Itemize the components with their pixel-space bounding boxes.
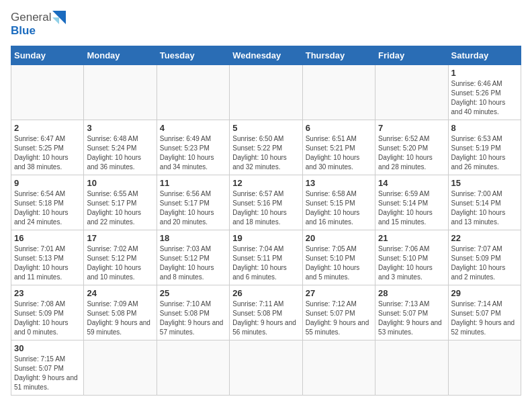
cell-content: Sunrise: 6:52 AM Sunset: 5:20 PM Dayligh… <box>378 134 445 172</box>
svg-marker-1 <box>52 17 59 24</box>
calendar-cell: 24Sunrise: 7:09 AM Sunset: 5:08 PM Dayli… <box>84 285 157 340</box>
calendar: SundayMondayTuesdayWednesdayThursdayFrid… <box>11 46 521 396</box>
calendar-cell <box>157 65 229 120</box>
cell-content: Sunrise: 7:08 AM Sunset: 5:09 PM Dayligh… <box>14 300 81 337</box>
day-number: 20 <box>306 233 372 243</box>
cell-content: Sunrise: 6:46 AM Sunset: 5:26 PM Dayligh… <box>451 79 518 117</box>
calendar-cell <box>84 65 157 120</box>
day-number: 15 <box>451 178 518 188</box>
cell-content: Sunrise: 6:59 AM Sunset: 5:14 PM Dayligh… <box>378 189 445 227</box>
day-number: 30 <box>14 343 81 353</box>
cell-content: Sunrise: 6:51 AM Sunset: 5:21 PM Dayligh… <box>306 134 372 172</box>
calendar-cell: 20Sunrise: 7:05 AM Sunset: 5:10 PM Dayli… <box>302 230 375 285</box>
calendar-cell: 11Sunrise: 6:56 AM Sunset: 5:17 PM Dayli… <box>157 175 229 230</box>
cell-content: Sunrise: 6:47 AM Sunset: 5:25 PM Dayligh… <box>14 134 81 172</box>
cell-content: Sunrise: 6:50 AM Sunset: 5:22 PM Dayligh… <box>232 134 299 172</box>
cell-content: Sunrise: 7:01 AM Sunset: 5:13 PM Dayligh… <box>14 244 81 282</box>
calendar-cell: 28Sunrise: 7:13 AM Sunset: 5:07 PM Dayli… <box>375 285 448 340</box>
calendar-cell: 3Sunrise: 6:48 AM Sunset: 5:24 PM Daylig… <box>84 120 157 175</box>
day-number: 3 <box>87 123 153 133</box>
cell-content: Sunrise: 6:56 AM Sunset: 5:17 PM Dayligh… <box>160 189 226 227</box>
calendar-cell: 23Sunrise: 7:08 AM Sunset: 5:09 PM Dayli… <box>11 285 84 340</box>
week-row-0: 1Sunrise: 6:46 AM Sunset: 5:26 PM Daylig… <box>11 65 521 120</box>
day-number: 10 <box>87 178 153 188</box>
calendar-cell: 5Sunrise: 6:50 AM Sunset: 5:22 PM Daylig… <box>230 120 302 175</box>
calendar-cell <box>302 65 375 120</box>
day-number: 24 <box>87 288 153 298</box>
day-number: 17 <box>87 233 153 243</box>
cell-content: Sunrise: 6:53 AM Sunset: 5:19 PM Dayligh… <box>451 134 518 172</box>
day-number: 4 <box>160 123 226 133</box>
cell-content: Sunrise: 7:07 AM Sunset: 5:09 PM Dayligh… <box>451 244 518 282</box>
cell-content: Sunrise: 6:49 AM Sunset: 5:23 PM Dayligh… <box>160 134 226 172</box>
day-number: 26 <box>232 288 299 298</box>
day-number: 1 <box>451 68 518 78</box>
cell-content: Sunrise: 7:10 AM Sunset: 5:08 PM Dayligh… <box>160 300 226 337</box>
calendar-cell: 21Sunrise: 7:06 AM Sunset: 5:10 PM Dayli… <box>375 230 448 285</box>
cell-content: Sunrise: 7:14 AM Sunset: 5:07 PM Dayligh… <box>451 300 518 337</box>
calendar-cell <box>11 65 84 120</box>
calendar-cell: 7Sunrise: 6:52 AM Sunset: 5:20 PM Daylig… <box>375 120 448 175</box>
logo: General Blue <box>11 11 66 38</box>
calendar-cell: 15Sunrise: 7:00 AM Sunset: 5:14 PM Dayli… <box>448 175 521 230</box>
logo-general-text: General <box>11 11 51 24</box>
calendar-cell: 29Sunrise: 7:14 AM Sunset: 5:07 PM Dayli… <box>448 285 521 340</box>
calendar-cell: 26Sunrise: 7:11 AM Sunset: 5:08 PM Dayli… <box>230 285 302 340</box>
calendar-cell <box>84 340 157 396</box>
calendar-cell: 1Sunrise: 6:46 AM Sunset: 5:26 PM Daylig… <box>448 65 521 120</box>
calendar-cell: 6Sunrise: 6:51 AM Sunset: 5:21 PM Daylig… <box>302 120 375 175</box>
cell-content: Sunrise: 6:48 AM Sunset: 5:24 PM Dayligh… <box>87 134 153 172</box>
week-row-3: 16Sunrise: 7:01 AM Sunset: 5:13 PM Dayli… <box>11 230 521 285</box>
week-row-5: 30Sunrise: 7:15 AM Sunset: 5:07 PM Dayli… <box>11 340 521 396</box>
days-header-row: SundayMondayTuesdayWednesdayThursdayFrid… <box>11 46 521 65</box>
calendar-cell: 17Sunrise: 7:02 AM Sunset: 5:12 PM Dayli… <box>84 230 157 285</box>
logo-blue-text: Blue <box>11 24 36 38</box>
cell-content: Sunrise: 7:02 AM Sunset: 5:12 PM Dayligh… <box>87 244 153 282</box>
calendar-cell <box>302 340 375 396</box>
header: General Blue <box>11 11 521 38</box>
day-header-thursday: Thursday <box>302 46 375 65</box>
cell-content: Sunrise: 7:12 AM Sunset: 5:07 PM Dayligh… <box>306 300 372 337</box>
cell-content: Sunrise: 7:13 AM Sunset: 5:07 PM Dayligh… <box>378 300 445 337</box>
day-number: 23 <box>14 288 81 298</box>
week-row-2: 9Sunrise: 6:54 AM Sunset: 5:18 PM Daylig… <box>11 175 521 230</box>
calendar-cell: 12Sunrise: 6:57 AM Sunset: 5:16 PM Dayli… <box>230 175 302 230</box>
calendar-cell: 14Sunrise: 6:59 AM Sunset: 5:14 PM Dayli… <box>375 175 448 230</box>
cell-content: Sunrise: 6:54 AM Sunset: 5:18 PM Dayligh… <box>14 189 81 227</box>
calendar-cell: 30Sunrise: 7:15 AM Sunset: 5:07 PM Dayli… <box>11 340 84 396</box>
day-header-friday: Friday <box>375 46 448 65</box>
cell-content: Sunrise: 6:55 AM Sunset: 5:17 PM Dayligh… <box>87 189 153 227</box>
week-row-1: 2Sunrise: 6:47 AM Sunset: 5:25 PM Daylig… <box>11 120 521 175</box>
day-number: 14 <box>378 178 445 188</box>
cell-content: Sunrise: 7:15 AM Sunset: 5:07 PM Dayligh… <box>14 355 81 392</box>
day-header-saturday: Saturday <box>448 46 521 65</box>
day-number: 7 <box>378 123 445 133</box>
day-header-tuesday: Tuesday <box>157 46 229 65</box>
calendar-cell: 13Sunrise: 6:58 AM Sunset: 5:15 PM Dayli… <box>302 175 375 230</box>
calendar-cell: 9Sunrise: 6:54 AM Sunset: 5:18 PM Daylig… <box>11 175 84 230</box>
day-number: 21 <box>378 233 445 243</box>
day-number: 13 <box>306 178 372 188</box>
cell-content: Sunrise: 7:11 AM Sunset: 5:08 PM Dayligh… <box>232 300 299 337</box>
cell-content: Sunrise: 6:58 AM Sunset: 5:15 PM Dayligh… <box>306 189 372 227</box>
day-number: 12 <box>232 178 299 188</box>
day-number: 6 <box>306 123 372 133</box>
cell-content: Sunrise: 6:57 AM Sunset: 5:16 PM Dayligh… <box>232 189 299 227</box>
calendar-cell: 18Sunrise: 7:03 AM Sunset: 5:12 PM Dayli… <box>157 230 229 285</box>
day-number: 2 <box>14 123 81 133</box>
day-number: 8 <box>451 123 518 133</box>
day-number: 11 <box>160 178 226 188</box>
day-number: 18 <box>160 233 226 243</box>
day-number: 19 <box>232 233 299 243</box>
calendar-cell: 19Sunrise: 7:04 AM Sunset: 5:11 PM Dayli… <box>230 230 302 285</box>
cell-content: Sunrise: 7:03 AM Sunset: 5:12 PM Dayligh… <box>160 244 226 282</box>
calendar-cell: 10Sunrise: 6:55 AM Sunset: 5:17 PM Dayli… <box>84 175 157 230</box>
day-number: 25 <box>160 288 226 298</box>
day-header-sunday: Sunday <box>11 46 84 65</box>
page: General Blue SundayMondayTuesdayWednesda… <box>0 0 532 406</box>
cell-content: Sunrise: 7:05 AM Sunset: 5:10 PM Dayligh… <box>306 244 372 282</box>
calendar-cell <box>230 340 302 396</box>
calendar-cell <box>375 340 448 396</box>
cell-content: Sunrise: 7:04 AM Sunset: 5:11 PM Dayligh… <box>232 244 299 282</box>
calendar-cell <box>375 65 448 120</box>
